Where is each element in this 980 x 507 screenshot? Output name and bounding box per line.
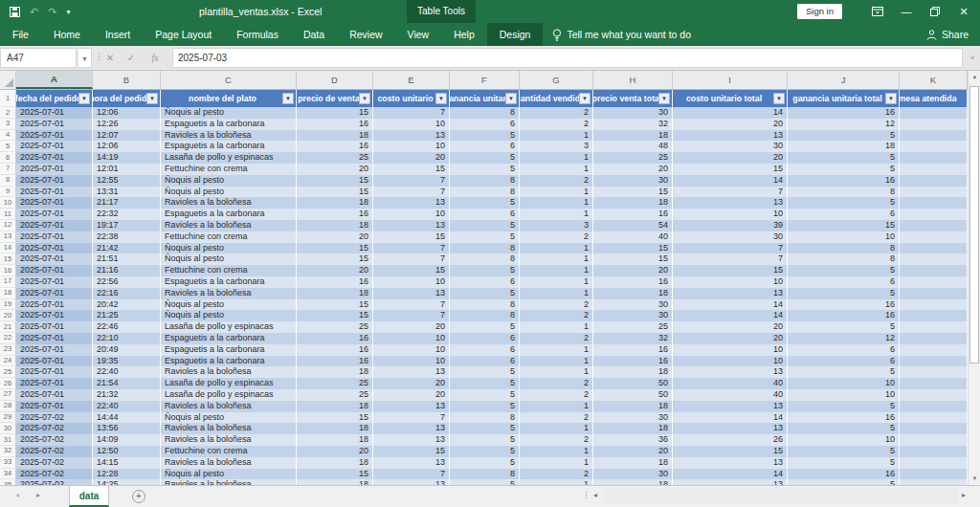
cell[interactable] [900, 378, 968, 389]
cell[interactable]: 2025-07-01 [16, 389, 93, 401]
cell[interactable]: 5 [450, 457, 520, 469]
cell[interactable]: 6 [450, 344, 520, 356]
cell[interactable]: 21:32 [93, 389, 161, 401]
cell[interactable]: 1 [520, 243, 593, 254]
cell[interactable]: 2025-07-01 [16, 265, 93, 276]
table-header-cell[interactable]: precio de venta▼ [297, 90, 373, 107]
cell[interactable]: 6 [788, 344, 900, 356]
cell[interactable]: 10 [788, 434, 900, 446]
ribbon-tab-file[interactable]: File [0, 23, 41, 46]
cell[interactable]: Ñoquis al pesto [161, 469, 297, 480]
cell[interactable] [900, 164, 968, 175]
cell[interactable] [900, 366, 968, 378]
cell[interactable]: 2025-07-01 [16, 288, 93, 299]
cell[interactable]: 22:40 [93, 366, 161, 378]
vertical-scrollbar[interactable]: ▲ ▼ [968, 71, 980, 485]
cell[interactable]: 5 [788, 366, 900, 378]
cell[interactable]: 6 [450, 119, 520, 130]
cell[interactable]: 5 [788, 321, 900, 333]
cell[interactable]: 10 [373, 333, 450, 344]
cell[interactable]: 18 [593, 130, 673, 142]
row-number[interactable]: 15 [0, 254, 16, 265]
cell[interactable]: 50 [593, 389, 673, 401]
cell[interactable]: 7 [373, 412, 450, 424]
cell[interactable]: 20 [593, 446, 673, 457]
cell[interactable]: 13 [673, 366, 788, 378]
cell[interactable]: Fettuchine con crema [161, 446, 297, 457]
cell[interactable]: 2025-07-01 [16, 130, 93, 142]
cell[interactable]: 16 [593, 209, 673, 220]
cell[interactable]: 10 [788, 231, 900, 243]
cell[interactable]: 8 [450, 469, 520, 480]
cell[interactable]: 1 [520, 446, 593, 457]
cell[interactable]: 7 [373, 107, 450, 119]
cell[interactable]: 2025-07-01 [16, 243, 93, 254]
cell[interactable]: 13:56 [93, 423, 161, 434]
cell[interactable]: 19:17 [93, 220, 161, 231]
cell[interactable]: 2025-07-01 [16, 333, 93, 344]
filter-dropdown-icon[interactable]: ▼ [282, 93, 294, 104]
cell[interactable]: Ravioles a la boloñesa [161, 220, 297, 231]
cell[interactable]: 13 [673, 423, 788, 434]
cell[interactable] [900, 333, 968, 344]
row-number[interactable]: 1 [0, 90, 16, 107]
cell[interactable] [900, 220, 968, 231]
cell[interactable]: 13 [373, 434, 450, 446]
cell[interactable]: 8 [788, 187, 900, 198]
cell[interactable]: 21:42 [93, 243, 161, 254]
cell[interactable]: 40 [593, 231, 673, 243]
cell[interactable]: 13 [373, 366, 450, 378]
row-number[interactable]: 9 [0, 187, 16, 198]
restore-icon[interactable] [921, 0, 949, 23]
cell[interactable]: 10 [373, 141, 450, 152]
cell[interactable]: 5 [450, 378, 520, 389]
cell[interactable]: Lasaña de pollo y espinacas [161, 321, 297, 333]
cell[interactable]: Ñoquis al pesto [161, 310, 297, 321]
cell[interactable]: 18 [593, 366, 673, 378]
cell[interactable]: 12:06 [93, 141, 161, 152]
minimize-icon[interactable]: — [892, 0, 921, 23]
cell[interactable]: 20 [673, 119, 788, 130]
cell[interactable]: Espaguetis a la carbonara [161, 209, 297, 220]
cell[interactable]: 20 [373, 152, 450, 164]
cell[interactable]: 20 [673, 333, 788, 344]
row-number[interactable]: 6 [0, 152, 16, 164]
cell[interactable]: 1 [520, 130, 593, 142]
cell[interactable]: Fettuchine con crema [161, 164, 297, 175]
filter-dropdown-icon[interactable]: ▼ [885, 93, 897, 104]
cell[interactable]: 14 [673, 412, 788, 424]
cell[interactable]: 2025-07-01 [16, 141, 93, 152]
cell[interactable]: 2025-07-02 [16, 434, 93, 446]
cell[interactable]: 5 [450, 231, 520, 243]
cell[interactable]: 6 [450, 356, 520, 367]
cell[interactable] [900, 446, 968, 457]
cell[interactable]: 6 [788, 276, 900, 288]
cell[interactable]: 1 [520, 356, 593, 367]
cell[interactable]: 48 [593, 141, 673, 152]
cell[interactable]: 7 [373, 254, 450, 265]
tell-me-box[interactable]: Tell me what you want to do [543, 23, 701, 46]
row-number[interactable]: 8 [0, 175, 16, 187]
cell[interactable]: 15 [297, 412, 373, 424]
row-number[interactable]: 14 [0, 243, 16, 254]
cell[interactable]: Lasaña de pollo y espinacas [161, 378, 297, 389]
cell[interactable]: 2025-07-01 [16, 197, 93, 209]
cell[interactable] [900, 243, 968, 254]
cell[interactable]: 39 [673, 220, 788, 231]
cell[interactable]: 13 [673, 288, 788, 299]
cell[interactable]: 18 [297, 130, 373, 142]
row-number[interactable]: 13 [0, 231, 16, 243]
cell[interactable]: 15 [297, 254, 373, 265]
cell[interactable]: 5 [788, 288, 900, 299]
cell[interactable]: 20 [297, 164, 373, 175]
cell[interactable]: 22:16 [93, 288, 161, 299]
cell[interactable]: 19:35 [93, 356, 161, 367]
cell[interactable]: 22:46 [93, 321, 161, 333]
scroll-right-icon[interactable]: ▸ [962, 491, 966, 499]
cell[interactable]: 15 [297, 107, 373, 119]
cell[interactable]: 30 [593, 175, 673, 187]
cell[interactable]: 16 [788, 412, 900, 424]
row-number[interactable]: 31 [0, 434, 16, 446]
cell[interactable]: 2025-07-02 [16, 423, 93, 434]
cell[interactable] [900, 231, 968, 243]
